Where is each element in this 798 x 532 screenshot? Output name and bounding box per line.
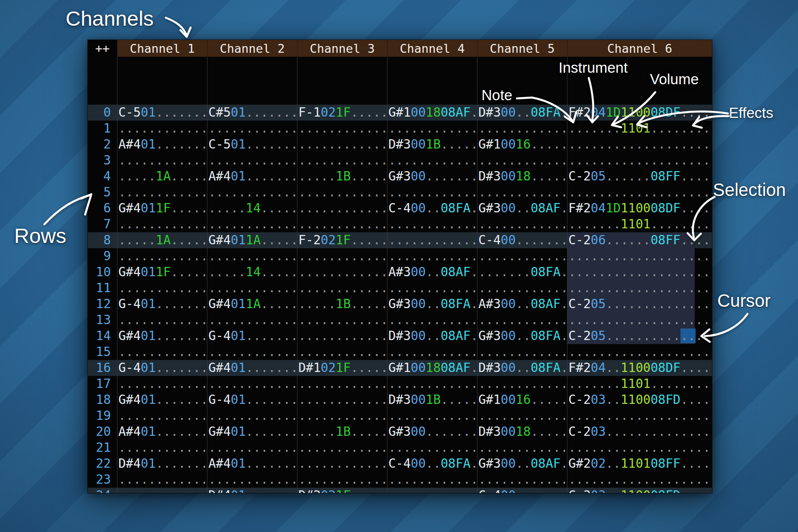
pattern-cell[interactable]: ............ [297,153,387,168]
pattern-cell[interactable]: ............ [297,200,387,216]
pattern-cell[interactable]: ............ [477,408,567,424]
pattern-cell[interactable]: C-205.............. [567,296,712,312]
pattern-cell[interactable]: ............ [477,376,567,392]
pattern-cell[interactable]: ............ [207,121,297,137]
pattern-cell[interactable]: ............ [117,344,207,360]
pattern-cell[interactable] [387,89,477,105]
pattern-cell[interactable]: .....14..... [207,200,297,216]
pattern-cell[interactable]: C-206......08FF.... [567,232,712,248]
pattern-cell[interactable] [117,89,207,105]
pattern-cell[interactable]: .....1B..... [297,168,387,184]
pattern-cell[interactable]: D#401....... [117,456,207,472]
pattern-cell[interactable]: G#4011F..... [117,264,207,280]
pattern-cell[interactable]: ............ [207,408,297,424]
pattern-cell[interactable] [297,57,387,73]
pattern-cell[interactable]: ............ [117,488,207,493]
pattern-cell[interactable]: C-205......08FF.... [567,168,712,184]
pattern-cell[interactable]: ............ [297,392,387,408]
pattern-cell[interactable]: ............ [297,328,387,344]
pattern-cell[interactable]: D#3001B..... [387,392,477,408]
pattern-cell[interactable]: G#300..08AF. [477,456,567,472]
pattern-cell[interactable]: D#1021F..... [297,360,387,376]
pattern-cell[interactable]: ............ [117,216,207,232]
pattern-cell[interactable]: ................... [567,153,712,168]
pattern-cell[interactable]: .......1101........ [567,216,712,232]
channel-header-1[interactable]: Channel 1 [117,40,207,57]
pattern-cell[interactable]: D#300..08FA. [477,105,567,121]
channel-header-5[interactable]: Channel 5 [477,40,567,57]
pattern-cell[interactable]: ............ [207,153,297,168]
pattern-cell[interactable]: ............ [387,121,477,137]
pattern-cell[interactable]: ............ [297,312,387,328]
pattern-cell[interactable]: ............ [387,280,477,296]
pattern-cell[interactable]: A#401....... [207,456,297,472]
pattern-cell[interactable]: ............ [207,312,297,328]
pattern-cell[interactable]: ............ [117,408,207,424]
pattern-cell[interactable]: G#1001808AF. [387,360,477,376]
pattern-cell[interactable]: ............ [477,312,567,328]
pattern-cell[interactable]: ............ [297,248,387,264]
pattern-cell[interactable]: ............ [117,121,207,137]
pattern-cell[interactable]: ............ [297,456,387,472]
pattern-cell[interactable]: G#300....... [387,168,477,184]
pattern-cell[interactable]: ............ [117,440,207,456]
pattern-cell[interactable]: G#401....... [207,424,297,440]
pattern-cell[interactable]: ............ [477,472,567,488]
pattern-cell[interactable] [567,89,712,105]
pattern-cell[interactable]: ............ [387,153,477,168]
pattern-cell[interactable]: ................... [567,344,712,360]
pattern-cell[interactable]: .......1101........ [567,376,712,392]
pattern-cell[interactable]: ............ [477,184,567,200]
pattern-cell[interactable]: G#401....... [117,328,207,344]
pattern-cell[interactable]: ............ [387,344,477,360]
pattern-cell[interactable]: ................... [567,264,712,280]
pattern-cell[interactable]: ............ [297,121,387,137]
pattern-cell[interactable]: ............ [207,280,297,296]
pattern-cell[interactable]: G#10016..... [477,392,567,408]
pattern-cell[interactable]: .....1A..... [117,168,207,184]
pattern-cell[interactable]: D#30018..... [477,424,567,440]
pattern-cell[interactable]: C#501....... [207,105,297,121]
channel-header-2[interactable]: Channel 2 [207,40,297,57]
pattern-cell[interactable]: ................... [567,280,712,296]
pattern-cell[interactable]: C-303..110008FD.... [567,488,712,493]
channel-header-6[interactable]: Channel 6 [567,40,712,57]
pattern-cell[interactable]: G#202..110108FF.... [567,456,712,472]
pattern-cell[interactable]: ............ [387,408,477,424]
pattern-cell[interactable]: ............ [117,248,207,264]
pattern-cell[interactable]: D#30018..... [477,168,567,184]
pattern-cell[interactable]: ............ [387,248,477,264]
pattern-cell[interactable] [477,73,567,89]
pattern-cell[interactable]: G#300..08AF. [477,200,567,216]
pattern-cell[interactable]: G-401....... [117,360,207,376]
pattern-cell[interactable]: ............ [207,184,297,200]
pattern-cell[interactable]: G#401....... [207,360,297,376]
pattern-cell[interactable]: ............ [387,472,477,488]
pattern-cell[interactable]: F#204..110008DF.... [567,360,712,376]
pattern-cell[interactable]: ............ [117,153,207,168]
pattern-cell[interactable]: ............ [207,216,297,232]
pattern-cell[interactable]: C-400....... [477,232,567,248]
pattern-cell[interactable]: ............ [297,472,387,488]
pattern-cell[interactable]: G-401....... [207,328,297,344]
pattern-cell[interactable]: ............ [297,137,387,153]
pattern-cell[interactable]: G-401....... [207,392,297,408]
pattern-cell[interactable] [297,89,387,105]
pattern-cell[interactable]: .......1101........ [567,121,712,137]
pattern-cell[interactable]: G#10016..... [477,137,567,153]
pattern-cell[interactable]: D#300..08AF. [387,328,477,344]
pattern-cell[interactable] [297,73,387,89]
pattern-cell[interactable]: C-400..08FA. [387,456,477,472]
pattern-cell[interactable]: ............ [477,248,567,264]
pattern-cell[interactable]: ............ [297,280,387,296]
pattern-cell[interactable]: C-203..110008FD.... [567,392,712,408]
pattern-cell[interactable]: D#401....... [207,488,297,493]
pattern-cell[interactable]: A#300..08AF. [477,296,567,312]
pattern-cell[interactable] [207,89,297,105]
pattern-cell[interactable] [117,57,207,73]
pattern-cell[interactable]: F#2041D110008DF.... [567,105,712,121]
pattern-cell[interactable]: G#300..08FA. [477,328,567,344]
pattern-cell[interactable]: C-501....... [117,105,207,121]
pattern-cell[interactable]: C-205.............. [567,328,712,344]
pattern-cell[interactable] [207,57,297,73]
